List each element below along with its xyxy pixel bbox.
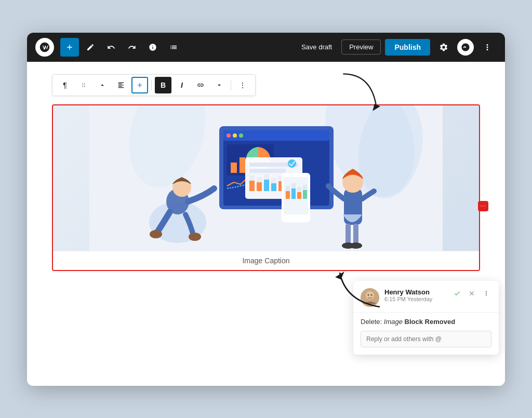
reply-input[interactable] xyxy=(361,331,491,347)
wp-logo xyxy=(35,38,54,57)
italic-button[interactable]: I xyxy=(174,77,190,93)
move-button[interactable] xyxy=(94,77,111,93)
svg-rect-26 xyxy=(271,183,276,191)
svg-point-44 xyxy=(189,233,201,241)
svg-point-54 xyxy=(371,294,373,295)
preview-button[interactable]: Preview xyxy=(341,39,381,55)
svg-rect-33 xyxy=(286,191,290,199)
toolbar-left xyxy=(60,38,290,57)
top-bar: Save draft Preview Publish xyxy=(27,33,505,62)
svg-marker-56 xyxy=(335,271,344,279)
image-block[interactable]: Image Caption xyxy=(52,104,480,271)
comment-body: Delete: Image Block Removed xyxy=(353,313,499,355)
svg-point-43 xyxy=(150,230,162,238)
toolbar-divider-2 xyxy=(231,80,231,90)
more-options-icon[interactable] xyxy=(481,288,491,299)
toolbar-right: Save draft Preview Publish xyxy=(296,38,497,57)
svg-point-7 xyxy=(227,133,231,138)
bold-button[interactable]: B xyxy=(155,77,171,93)
svg-point-8 xyxy=(233,133,237,138)
paragraph-button[interactable]: ¶ xyxy=(57,77,73,93)
settings-icon[interactable] xyxy=(434,38,453,57)
svg-point-50 xyxy=(350,242,362,249)
wp-user-icon[interactable] xyxy=(457,39,474,56)
link-button[interactable] xyxy=(192,77,209,93)
more-button[interactable]: ⋮ xyxy=(234,77,251,93)
comment-avatar xyxy=(361,288,379,307)
info-button[interactable] xyxy=(143,38,162,57)
svg-point-53 xyxy=(368,294,369,295)
comment-meta: Henry Watson 6:15 PM Yesterday xyxy=(384,288,447,302)
svg-rect-20 xyxy=(249,181,255,191)
svg-rect-35 xyxy=(291,188,296,199)
pen-tool-button[interactable] xyxy=(81,38,100,57)
add-block-button[interactable] xyxy=(60,38,79,57)
svg-rect-12 xyxy=(240,157,246,173)
svg-rect-22 xyxy=(257,182,262,191)
image-caption: Image Caption xyxy=(53,251,479,270)
save-draft-button[interactable]: Save draft xyxy=(296,40,337,54)
svg-rect-37 xyxy=(297,192,301,199)
svg-rect-48 xyxy=(353,224,358,245)
resolve-icon[interactable] xyxy=(452,288,462,299)
comment-header: Henry Watson 6:15 PM Yesterday xyxy=(353,281,499,313)
comment-time: 6:15 PM Yesterday xyxy=(384,296,447,302)
comment-bubble-icon[interactable] xyxy=(478,201,488,211)
svg-point-9 xyxy=(239,133,243,138)
more-options-icon[interactable] xyxy=(478,38,497,57)
svg-rect-47 xyxy=(345,224,351,245)
svg-rect-24 xyxy=(264,180,269,191)
add-button[interactable] xyxy=(131,77,148,93)
comment-actions xyxy=(452,288,491,299)
editor-area: ¶ B I ⋮ xyxy=(27,62,505,386)
svg-rect-11 xyxy=(231,163,237,173)
svg-rect-18 xyxy=(249,169,286,173)
comment-author: Henry Watson xyxy=(384,288,447,296)
redo-button[interactable] xyxy=(123,38,141,57)
drag-handle-button[interactable] xyxy=(75,77,92,93)
list-view-button[interactable] xyxy=(164,38,183,57)
publish-button[interactable]: Publish xyxy=(385,39,430,56)
close-icon[interactable] xyxy=(467,288,477,299)
comment-panel: Henry Watson 6:15 PM Yesterday xyxy=(353,281,499,355)
comment-text: Delete: Image Block Removed xyxy=(361,318,491,326)
align-button[interactable] xyxy=(113,77,129,93)
image-illustration xyxy=(53,105,479,251)
svg-rect-39 xyxy=(303,190,307,199)
chevron-down-button[interactable] xyxy=(211,77,228,93)
undo-button[interactable] xyxy=(102,38,121,57)
block-toolbar: ¶ B I ⋮ xyxy=(52,74,256,96)
toolbar-divider-1 xyxy=(151,80,152,90)
browser-window: Save draft Preview Publish ¶ xyxy=(27,33,505,386)
